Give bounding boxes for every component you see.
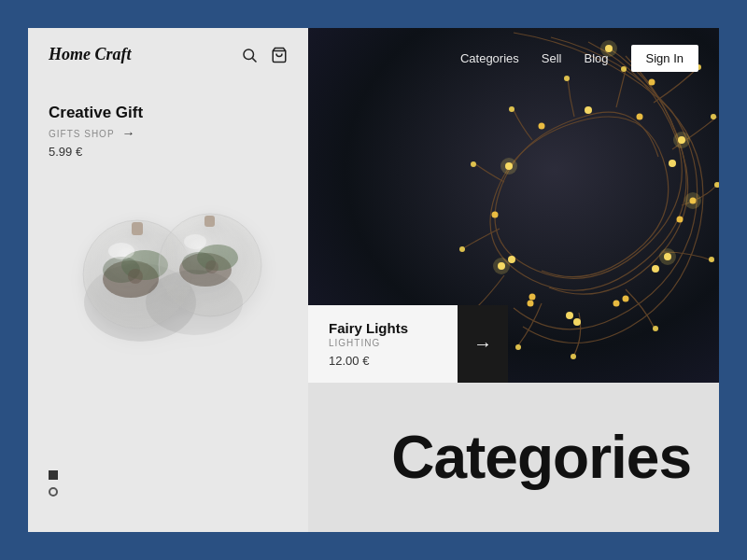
categories-title: Categories [391, 423, 691, 492]
sign-in-button[interactable]: Sign In [631, 45, 698, 72]
svg-point-48 [515, 344, 521, 350]
hero-product-category: LIGHTING [329, 338, 437, 348]
left-product-category: GIFTS SHOP [49, 129, 115, 139]
left-product-category-row: GIFTS SHOP → [49, 126, 288, 141]
main-container: Home Craft Creative Gift [28, 28, 719, 532]
hero-product-price: 12.00 € [329, 354, 437, 368]
svg-point-30 [492, 212, 499, 218]
svg-point-46 [653, 326, 658, 331]
svg-point-35 [669, 160, 676, 167]
hero-product-card: Fairy Lights LIGHTING 12.00 € → [308, 305, 508, 383]
left-header: Home Craft [28, 28, 308, 76]
dot-active[interactable] [49, 470, 58, 480]
left-product-info: Creative Gift GIFTS SHOP → 5.99 € [28, 76, 308, 166]
cart-button[interactable] [271, 47, 288, 63]
svg-point-38 [613, 301, 620, 307]
svg-point-19 [184, 234, 206, 249]
hero-image: Categories Sell Blog Sign In [308, 28, 719, 383]
svg-point-32 [539, 123, 545, 130]
svg-point-9 [128, 269, 143, 284]
bottom-section: Categories [308, 383, 719, 532]
nav-sell[interactable]: Sell [542, 51, 562, 65]
nav-bar: Categories Sell Blog Sign In [308, 28, 719, 89]
hero-product-arrow-button[interactable]: → [458, 305, 508, 383]
svg-point-45 [709, 257, 714, 262]
svg-point-52 [509, 106, 514, 112]
logo: Home Craft [49, 45, 132, 64]
svg-point-26 [623, 296, 629, 302]
svg-point-28 [528, 301, 534, 307]
svg-point-60 [500, 158, 517, 175]
svg-point-27 [573, 318, 581, 326]
right-panel: Categories Sell Blog Sign In [308, 28, 719, 532]
left-product-price: 5.99 € [49, 145, 288, 159]
svg-line-1 [252, 58, 256, 62]
svg-point-57 [684, 192, 701, 209]
svg-point-20 [146, 270, 243, 335]
slide-dots [49, 470, 58, 497]
ornament-image [61, 172, 275, 353]
svg-point-0 [244, 49, 254, 60]
ornament-svg [61, 172, 275, 349]
svg-point-41 [508, 256, 515, 263]
nav-blog[interactable]: Blog [584, 51, 608, 65]
svg-point-43 [711, 114, 716, 119]
svg-point-39 [566, 312, 573, 319]
svg-point-37 [652, 265, 659, 273]
svg-point-33 [585, 106, 592, 114]
svg-point-36 [677, 217, 684, 223]
left-product-arrow[interactable]: → [122, 126, 135, 141]
svg-point-56 [673, 132, 690, 148]
svg-point-50 [459, 246, 465, 252]
dot-inactive[interactable] [49, 487, 58, 497]
search-icon [241, 47, 258, 63]
svg-point-40 [529, 294, 536, 301]
header-icons [241, 47, 288, 63]
svg-point-59 [493, 258, 510, 274]
svg-point-11 [108, 243, 134, 259]
hero-product-card-info: Fairy Lights LIGHTING 12.00 € [308, 305, 458, 383]
left-product-name: Creative Gift [49, 104, 288, 122]
svg-point-51 [471, 161, 476, 167]
hero-product-name: Fairy Lights [329, 320, 437, 336]
svg-point-34 [637, 114, 643, 120]
svg-point-58 [659, 248, 676, 265]
svg-rect-10 [132, 222, 143, 235]
svg-rect-18 [204, 216, 215, 227]
product-image-area [28, 166, 308, 353]
search-button[interactable] [241, 47, 258, 63]
nav-categories[interactable]: Categories [460, 51, 519, 65]
cart-icon [271, 47, 288, 63]
left-panel: Home Craft Creative Gift [28, 28, 308, 532]
svg-point-47 [571, 354, 576, 359]
